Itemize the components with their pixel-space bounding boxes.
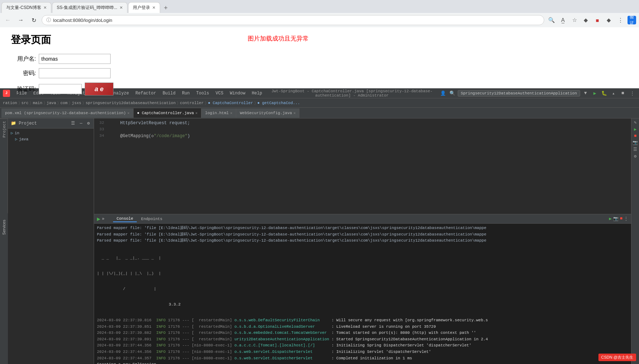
bookmark-icon[interactable]: ☆ (570, 16, 579, 24)
forward-button[interactable]: → (16, 15, 26, 25)
page-inner: 登录页面 图片加载成功且无异常 用户名: 密码: 验证码: a e (0, 27, 639, 106)
captcha-input[interactable] (39, 84, 82, 94)
tab-captcha-label: ● CaptchaController.java (137, 111, 194, 115)
project-panel: 📁 Project ☰ — ⚙ ▷ in ▷ java (8, 118, 94, 364)
console-stop-icon[interactable]: ■ (620, 216, 622, 221)
captcha-row: 验证码: a e (11, 83, 628, 95)
console-expand[interactable]: » (102, 216, 104, 221)
tab-pom-xml[interactable]: pom.xml (springsecurity-12-database-auth… (1, 108, 134, 118)
ide-body: Project 📁 Project ☰ — ⚙ ▷ in ▷ java (0, 118, 639, 364)
tab-websecurity-close[interactable]: ✕ (293, 111, 295, 115)
tree-java[interactable]: ▷ java (8, 136, 94, 142)
project-tree: ▷ in ▷ java (8, 129, 94, 144)
tab-captcha-close[interactable]: ✕ (195, 111, 197, 115)
console-icon1[interactable]: ▶ (97, 215, 101, 223)
log-dispatcher1: 2024-03-09 22:37:44.356 INFO 17176 --- [… (97, 342, 628, 349)
log-dispatcher2: 2024-03-09 22:37:44.356 INFO 17176 --- [… (97, 349, 628, 355)
tab-pom-xml-label: pom.xml (springsecurity-12-database-auth… (5, 111, 126, 115)
code-line-32: 32 HttpServletRequest request; (94, 120, 631, 126)
project-panel-title: 📁 Project (11, 121, 37, 126)
tab-ss[interactable]: SS-集成图片验证码_哗哗哗哗... ✕ (52, 2, 127, 13)
code-line-33: 33 (94, 126, 631, 133)
page-title: 登录页面 (11, 33, 628, 47)
console-run-btns: ▶ 📷 ■ ⋮ (609, 216, 628, 221)
log-line-2: Parsed mapper file: 'file [E:\Ideal源码\Jw… (97, 232, 628, 238)
tab-pom-xml-close[interactable]: ✕ (127, 111, 130, 115)
tree-in[interactable]: ▷ in (8, 130, 94, 136)
login-form: 用户名: 密码: 验证码: a e (11, 54, 628, 95)
extension-icon2[interactable]: ◆ (605, 16, 613, 24)
ide-console: ▶ » Console Endpoints ▶ 📷 ■ ⋮ Pa (94, 214, 631, 364)
console-body: Parsed mapper file: 'file [E:\Ideal源码\Jw… (94, 224, 631, 364)
tab-csdn-label: 与文量-CSDN博客 (6, 5, 41, 11)
refresh-button[interactable]: ↻ (29, 15, 39, 25)
tab-csdn-close[interactable]: ✕ (43, 5, 47, 10)
tab-csdn[interactable]: 与文量-CSDN博客 ✕ (1, 2, 51, 13)
address-bar[interactable]: ⓘ localhost:8080/login/doLogin (42, 15, 544, 25)
browser-chrome: 与文量-CSDN博客 ✕ SS-集成图片验证码_哗哗哗哗... ✕ 用户登录 ✕… (0, 0, 639, 28)
folder-icon: ▷ (11, 131, 13, 135)
tab-login-html[interactable]: login.html ✕ (201, 108, 236, 118)
log-security: 2024-03-09 22:37:39.816 INFO 17176 --- [… (97, 317, 628, 324)
right-icon-2[interactable]: ▶ (634, 127, 636, 132)
captcha-label: 验证码: (11, 85, 36, 93)
status-message: 图片加载成功且无异常 (248, 34, 309, 43)
console-camera-icon[interactable]: 📷 (613, 216, 619, 221)
page-area: 登录页面 图片加载成功且无异常 用户名: 密码: 验证码: a e (0, 27, 639, 88)
verify-button[interactable]: 验证 (628, 16, 636, 24)
project-panel-icons: ☰ — ⚙ (70, 121, 91, 126)
username-input[interactable] (39, 54, 111, 64)
tab-login[interactable]: 用户登录 ✕ (128, 2, 160, 13)
log-started: 2024-03-09 22:37:39.891 INFO 17176 --- [… (97, 336, 628, 343)
log-livereload: 2024-03-09 22:37:39.851 INFO 17176 --- [… (97, 324, 628, 330)
extension-icon1[interactable]: ◆ (582, 16, 590, 24)
services-left-strip: Services (0, 213, 8, 364)
security-icon: ⓘ (46, 17, 51, 23)
ide-right-strip: ✎ ▶ ■ 📷 ☰ ⚙ (631, 118, 639, 364)
log-line-3: Parsed mapper file: 'file [E:\Ideal源码\Jw… (97, 238, 628, 244)
right-icon-4[interactable]: 📷 (633, 140, 638, 145)
captcha-text: a e (94, 85, 103, 93)
log-dispatcher3: 2024-03-09 22:37:44.357 INFO 17176 --- [… (97, 355, 628, 362)
console-tab-endpoints[interactable]: Endpoints (137, 216, 166, 222)
right-icon-6[interactable]: ⚙ (634, 154, 636, 159)
console-more-icon[interactable]: ⋮ (624, 216, 628, 221)
tab-ss-close[interactable]: ✕ (120, 5, 123, 10)
right-icon-3[interactable]: ■ (634, 134, 636, 139)
project-panel-header: 📁 Project ☰ — ⚙ (8, 118, 94, 129)
right-icon-1[interactable]: ✎ (634, 120, 636, 125)
project-vertical-label[interactable]: Project (0, 118, 8, 140)
tab-ss-label: SS-集成图片验证码_哗哗哗哗... (57, 5, 117, 11)
tab-websecurity[interactable]: WebSecurityConfig.java ✕ (236, 108, 299, 118)
search-icon[interactable]: 🔍 (547, 16, 556, 24)
address-bar-row: ← → ↻ ⓘ localhost:8080/login/doLogin 🔍 A… (0, 13, 639, 27)
settings-icon[interactable]: ⋮ (616, 16, 625, 24)
password-row: 密码: (11, 68, 628, 78)
tab-captcha-controller[interactable]: ● CaptchaController.java ✕ (134, 108, 201, 118)
tab-login-html-close[interactable]: ✕ (230, 111, 232, 115)
username-label: 用户名: (11, 55, 36, 63)
collapse-icon[interactable]: — (80, 121, 82, 126)
new-tab-button[interactable]: + (161, 3, 171, 13)
shield-icon[interactable]: ■ (593, 16, 602, 24)
console-header: ▶ » Console Endpoints ▶ 📷 ■ ⋮ (94, 214, 631, 224)
tab-login-close[interactable]: ✕ (152, 5, 155, 10)
captcha-image[interactable]: a e (85, 83, 113, 95)
console-reload-icon[interactable]: ▶ (609, 216, 612, 221)
ide-overlay: J File Edit View Navigate Code Analyze R… (0, 88, 639, 364)
log-sqlsession1: Creating a new SqlSession (97, 361, 628, 364)
back-button[interactable]: ← (3, 15, 13, 25)
log-line-1: Parsed mapper file: 'file [E:\Ideal源码\Jw… (97, 225, 628, 232)
console-tab-console[interactable]: Console (113, 216, 137, 222)
ide-editor: 32 HttpServletRequest request; 33 34 @Ge… (94, 118, 631, 364)
expand-icon[interactable]: ☰ (71, 121, 75, 126)
right-icon-5[interactable]: ☰ (633, 147, 637, 152)
translate-icon[interactable]: A̲ (559, 16, 567, 24)
code-area: 32 HttpServletRequest request; 33 34 @Ge… (94, 118, 631, 141)
gear-icon[interactable]: ⚙ (87, 121, 90, 126)
password-input[interactable] (39, 68, 111, 78)
services-vertical-label[interactable]: Services (1, 217, 7, 238)
username-row: 用户名: (11, 54, 628, 64)
tab-bar: 与文量-CSDN博客 ✕ SS-集成图片验证码_哗哗哗哗... ✕ 用户登录 ✕… (0, 0, 639, 13)
console-tabs: Console Endpoints (113, 216, 166, 222)
